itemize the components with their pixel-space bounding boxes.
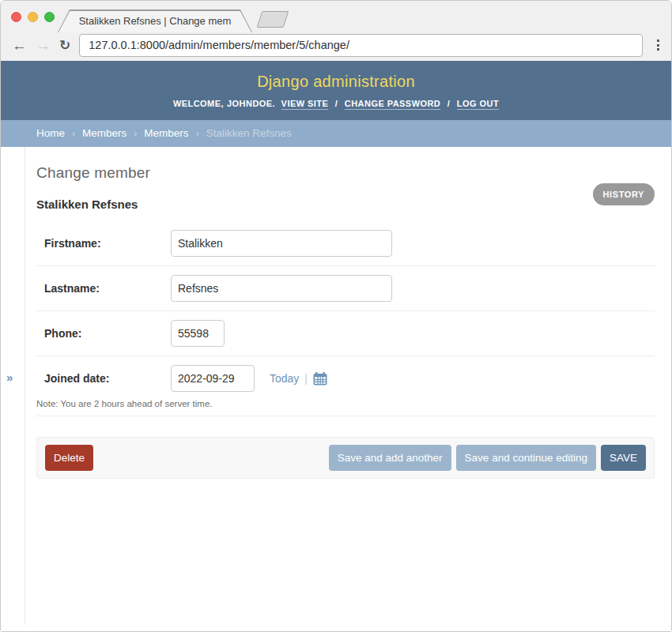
breadcrumb-separator: › <box>134 127 138 139</box>
firstname-label: Firstname: <box>44 237 171 250</box>
user-tools: WELCOME,JOHNDOE. VIEW SITE / CHANGE PASS… <box>1 99 671 108</box>
form-row-lastname: Lastname: <box>36 266 655 311</box>
tab-bar: Stalikken Refsnes | Change mem <box>1 1 671 32</box>
browser-tab[interactable]: Stalikken Refsnes | Change mem <box>58 9 252 32</box>
link-separator: / <box>447 99 451 108</box>
lastname-input[interactable] <box>171 275 392 302</box>
joined-date-line: Joined date: Today | <box>36 365 655 392</box>
history-button[interactable]: HISTORY <box>593 183 655 205</box>
breadcrumb-separator: › <box>72 127 76 139</box>
submit-row: Delete Save and add another Save and con… <box>36 437 655 479</box>
page-title: Change member <box>36 164 655 182</box>
toolbar: ← → ↻ <box>1 32 671 61</box>
back-icon[interactable]: ← <box>12 38 27 53</box>
form-row-phone: Phone: <box>36 311 655 356</box>
save-button[interactable]: SAVE <box>601 445 646 471</box>
admin-header: Django administration WELCOME,JOHNDOE. V… <box>1 61 671 120</box>
change-password-link[interactable]: CHANGE PASSWORD <box>345 99 440 110</box>
firstname-input[interactable] <box>171 230 392 257</box>
form-row-joined-date: Joined date: Today | <box>36 356 655 416</box>
browser-window: Stalikken Refsnes | Change mem ← → ↻ Dja… <box>0 0 672 632</box>
breadcrumb-members-model[interactable]: Members <box>144 127 188 139</box>
welcome-period: . <box>273 99 276 108</box>
reload-icon[interactable]: ↻ <box>59 39 70 52</box>
change-form: Firstname: Lastname: Phone: Joined date:… <box>36 221 655 416</box>
joined-date-label: Joined date: <box>44 372 171 385</box>
breadcrumb-separator: › <box>195 127 199 139</box>
username: JOHNDOE <box>227 99 273 108</box>
today-shortcut-link[interactable]: Today <box>270 372 299 385</box>
view-site-link[interactable]: VIEW SITE <box>281 99 329 110</box>
shortcut-separator: | <box>304 372 308 385</box>
traffic-lights <box>11 12 55 22</box>
breadcrumb-home[interactable]: Home <box>36 127 65 139</box>
phone-label: Phone: <box>44 327 171 340</box>
lastname-label: Lastname: <box>44 282 171 295</box>
nav-sidebar-collapsed: » <box>1 147 25 625</box>
zoom-window-button[interactable] <box>44 12 55 22</box>
breadcrumb-current: Stalikken Refsnes <box>206 127 292 139</box>
save-buttons-group: Save and add another Save and continue e… <box>329 445 646 471</box>
url-input[interactable] <box>79 34 643 57</box>
forward-icon[interactable]: → <box>36 38 51 53</box>
form-row-firstname: Firstname: <box>36 221 655 266</box>
breadcrumb-members-app[interactable]: Members <box>82 127 126 139</box>
phone-input[interactable] <box>171 320 225 347</box>
object-name: Stalikken Refsnes <box>36 198 655 211</box>
link-separator: / <box>335 99 338 108</box>
joined-date-input[interactable] <box>171 365 255 392</box>
new-tab-button[interactable] <box>257 11 289 28</box>
site-title[interactable]: Django administration <box>1 73 671 91</box>
save-and-continue-editing-button[interactable]: Save and continue editing <box>456 445 596 471</box>
log-out-link[interactable]: LOG OUT <box>457 99 499 110</box>
sidebar-toggle-icon[interactable]: » <box>6 371 13 384</box>
minimize-window-button[interactable] <box>28 12 38 22</box>
tab-title: Stalikken Refsnes | Change mem <box>58 15 252 27</box>
calendar-icon[interactable] <box>313 372 327 386</box>
timezone-note: Note: You are 2 hours ahead of server ti… <box>36 399 655 408</box>
browser-menu-icon[interactable] <box>651 35 665 55</box>
welcome-text: WELCOME, <box>173 99 224 108</box>
browser-chrome: Stalikken Refsnes | Change mem ← → ↻ <box>1 1 671 61</box>
breadcrumb: Home › Members › Members › Stalikken Ref… <box>1 120 671 147</box>
object-tools: HISTORY <box>593 183 655 205</box>
content-area: » Change member HISTORY Stalikken Refsne… <box>1 147 671 631</box>
close-window-button[interactable] <box>11 12 21 22</box>
save-and-add-another-button[interactable]: Save and add another <box>329 445 451 471</box>
main-panel: Change member HISTORY Stalikken Refsnes … <box>25 147 671 631</box>
delete-button[interactable]: Delete <box>45 445 93 471</box>
